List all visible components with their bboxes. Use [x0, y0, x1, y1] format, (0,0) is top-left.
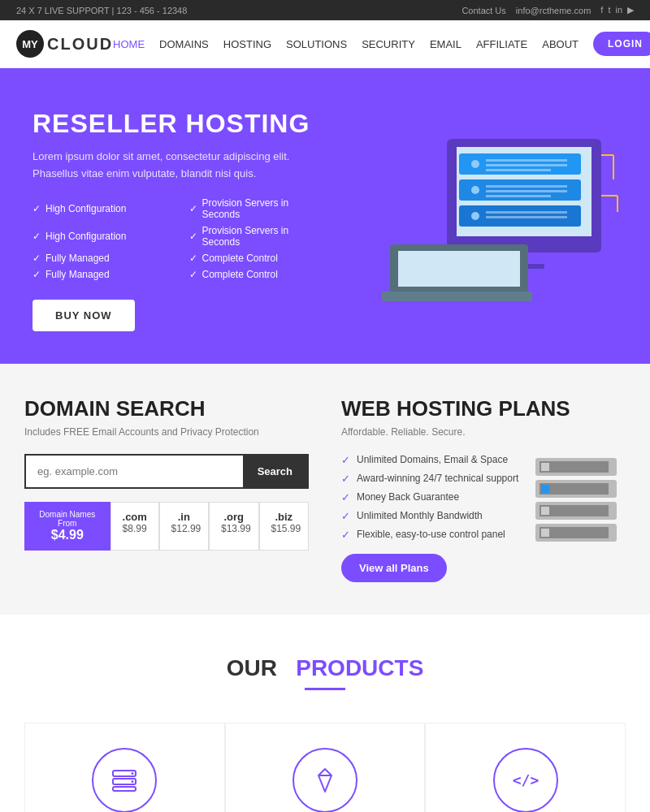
- nav-security[interactable]: SECURITY: [362, 38, 415, 50]
- svg-rect-9: [486, 185, 567, 188]
- hero-features: ✓ High Configuration ✓ Provision Servers…: [32, 197, 329, 280]
- hero-feature-3: ✓ High Configuration: [32, 225, 173, 248]
- svg-rect-14: [486, 211, 567, 214]
- server-illustration: [382, 131, 626, 309]
- svg-rect-27: [541, 463, 549, 471]
- domain-ext-org[interactable]: .org $13.99: [209, 502, 258, 551]
- title-underline: [305, 688, 345, 690]
- check-icon-3: ✓: [32, 231, 41, 242]
- facebook-icon[interactable]: f: [600, 5, 603, 15]
- hero-title: RESELLER HOSTING: [32, 109, 329, 139]
- product-icon-area-premium: [226, 723, 425, 812]
- web-hosting-section: WEB HOSTING PLANS Affordable. Reliable. …: [341, 396, 626, 582]
- svg-rect-5: [486, 164, 567, 166]
- nav-about[interactable]: ABOUT: [542, 38, 578, 50]
- svg-rect-26: [540, 461, 609, 473]
- buy-now-button[interactable]: BUY NOW: [32, 300, 135, 331]
- top-bar-right: Contact Us info@rctheme.com f t in ▶: [462, 5, 634, 15]
- domain-search-section: DOMAIN SEARCH Includes FREE Email Accoun…: [24, 396, 309, 582]
- view-plans-button[interactable]: View all Plans: [341, 554, 447, 582]
- hosting-inner: ✓ Unlimited Domains, Email & Space ✓ Awa…: [341, 454, 626, 582]
- hosting-feature-4: ✓ Unlimited Monthly Bandwidth: [341, 510, 518, 522]
- svg-rect-11: [486, 195, 551, 197]
- check-icon-2: ✓: [189, 203, 197, 214]
- check-icon-8: ✓: [189, 269, 197, 280]
- hero-feature-2: ✓ Provision Servers in Seconds: [189, 197, 330, 220]
- hero-feature-1: ✓ High Configuration: [32, 197, 173, 220]
- product-icon-area-professional: </>: [426, 723, 625, 812]
- svg-point-8: [471, 186, 479, 194]
- products-title: OUR PRODUCTS: [24, 655, 626, 681]
- logo-circle: MY: [16, 30, 44, 58]
- svg-rect-30: [541, 485, 549, 493]
- domain-ext-com[interactable]: .com $8.99: [110, 502, 159, 551]
- products-section: OUR PRODUCTS STANDARD Starting: [0, 615, 650, 812]
- social-icons: f t in ▶: [600, 5, 634, 15]
- hero-feature-4: ✓ Provision Servers in Seconds: [189, 225, 330, 248]
- check-icon-6: ✓: [189, 253, 197, 264]
- svg-rect-23: [398, 251, 520, 287]
- domain-name-from: Domain Names From $4.99: [24, 502, 110, 551]
- hosting-check-3: ✓: [341, 491, 350, 503]
- check-icon-4: ✓: [189, 231, 197, 242]
- product-icon-area-standard: [25, 723, 224, 812]
- navbar: MY CLOUD HOME DOMAINS HOSTING SOLUTIONS …: [0, 20, 650, 68]
- hero-feature-5: ✓ Fully Managed: [32, 253, 173, 264]
- nav-hosting[interactable]: HOSTING: [223, 38, 271, 50]
- search-button[interactable]: Search: [243, 456, 307, 487]
- logo: MY CLOUD: [16, 30, 113, 58]
- svg-point-41: [132, 780, 134, 783]
- check-icon-5: ✓: [32, 253, 41, 264]
- product-icon-premium: [292, 748, 358, 812]
- svg-marker-42: [318, 769, 332, 792]
- hosting-feature-1: ✓ Unlimited Domains, Email & Space: [341, 454, 518, 466]
- domain-search-title: DOMAIN SEARCH: [24, 396, 309, 421]
- search-box: Search: [24, 454, 309, 489]
- svg-rect-15: [486, 216, 567, 218]
- product-icon-standard: [92, 748, 157, 812]
- hosting-check-5: ✓: [341, 529, 350, 541]
- nav-domains[interactable]: DOMAINS: [159, 38, 209, 50]
- nav-links: HOME DOMAINS HOSTING SOLUTIONS SECURITY …: [113, 32, 650, 56]
- hero-feature-8: ✓ Complete Control: [189, 269, 330, 280]
- svg-text:</>: </>: [512, 771, 539, 788]
- svg-rect-24: [382, 292, 532, 301]
- youtube-icon[interactable]: ▶: [627, 5, 634, 15]
- nav-email[interactable]: EMAIL: [430, 38, 462, 50]
- svg-rect-6: [486, 169, 551, 171]
- products-title-products: PRODUCTS: [296, 655, 423, 680]
- svg-rect-36: [541, 529, 549, 537]
- products-title-our: OUR: [227, 655, 277, 680]
- svg-rect-33: [541, 507, 549, 515]
- contact-link[interactable]: Contact Us: [462, 6, 505, 15]
- product-icon-professional: </>: [493, 748, 558, 812]
- domain-ext-biz[interactable]: .biz $15.99: [259, 502, 309, 551]
- search-input[interactable]: [26, 456, 243, 487]
- svg-rect-10: [486, 190, 567, 192]
- svg-point-40: [132, 772, 134, 775]
- web-hosting-title: WEB HOSTING PLANS: [341, 396, 626, 421]
- email-link[interactable]: info@rctheme.com: [516, 6, 591, 15]
- svg-point-13: [471, 212, 479, 220]
- svg-rect-32: [540, 505, 609, 516]
- products-grid: STANDARD Starting price $3.99 PREMIUM St…: [24, 723, 626, 812]
- hosting-feature-2: ✓ Award-winning 24/7 technical support: [341, 473, 518, 485]
- hosting-feature-3: ✓ Money Back Guarantee: [341, 491, 518, 503]
- twitter-icon[interactable]: t: [608, 5, 610, 15]
- middle-section: DOMAIN SEARCH Includes FREE Email Accoun…: [0, 364, 650, 615]
- nav-solutions[interactable]: SOLUTIONS: [286, 38, 347, 50]
- nav-affiliate[interactable]: AFFILIATE: [476, 38, 527, 50]
- svg-rect-4: [486, 159, 567, 162]
- check-icon-1: ✓: [32, 203, 41, 214]
- login-button[interactable]: LOGIN: [593, 32, 650, 56]
- domain-ext-in[interactable]: .in $12.99: [159, 502, 209, 551]
- svg-rect-29: [540, 483, 609, 495]
- hosting-feature-5: ✓ Flexible, easy-to-use control panel: [341, 529, 518, 541]
- svg-point-3: [471, 160, 479, 168]
- linkedin-icon[interactable]: in: [615, 5, 622, 15]
- top-bar-left: 24 X 7 LIVE SUPPORT | 123 - 456 - 12348: [16, 6, 187, 15]
- nav-home[interactable]: HOME: [113, 38, 145, 50]
- web-hosting-subtitle: Affordable. Reliable. Secure.: [341, 426, 626, 438]
- hero-feature-7: ✓ Fully Managed: [32, 269, 173, 280]
- hero-content: RESELLER HOSTING Lorem ipsum dolor sit a…: [32, 109, 329, 331]
